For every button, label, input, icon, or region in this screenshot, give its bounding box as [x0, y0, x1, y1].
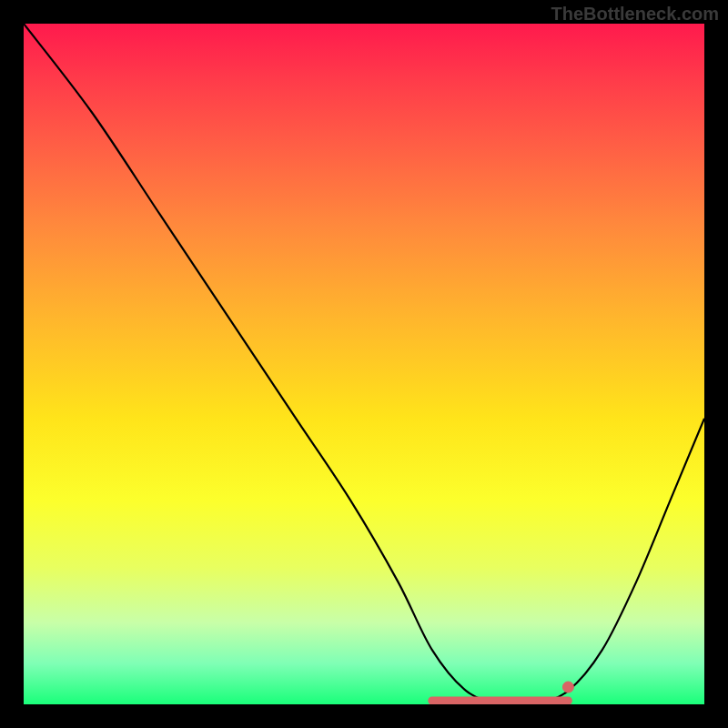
chart-svg [24, 24, 704, 704]
watermark-text: TheBottleneck.com [551, 4, 719, 25]
marker-point [562, 682, 573, 693]
chart-plot-area [24, 24, 704, 704]
bottleneck-curve [24, 24, 704, 704]
